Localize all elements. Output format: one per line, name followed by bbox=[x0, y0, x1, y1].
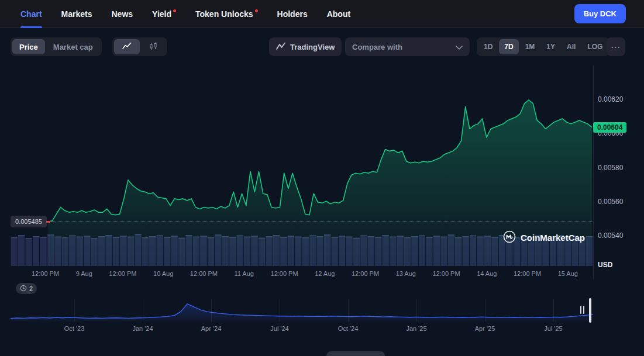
tab-token-unlocks[interactable]: Token Unlocks bbox=[195, 0, 258, 28]
watermark-text: CoinMarketCap bbox=[521, 233, 585, 243]
chevron-down-icon bbox=[456, 43, 463, 51]
tab-about[interactable]: About bbox=[327, 0, 350, 28]
tradingview-button[interactable]: TradingView bbox=[269, 37, 342, 56]
navigator-tick-jan-24: Jan '24 bbox=[132, 325, 153, 332]
navigator-grip-handle[interactable] bbox=[580, 306, 584, 314]
x-axis-tick: 12:00 PM bbox=[514, 270, 541, 277]
metric-toggle: PriceMarket cap bbox=[11, 37, 102, 56]
price-chart-plot[interactable]: CoinMarketCap bbox=[11, 65, 593, 266]
time-range-group: 1D7D1M1YAllLOG bbox=[477, 37, 609, 56]
x-axis-tick: 14 Aug bbox=[477, 270, 497, 277]
navigator-tick-apr-24: Apr '24 bbox=[201, 325, 222, 332]
x-axis-tick: 9 Aug bbox=[76, 270, 92, 277]
x-axis-tick: 12:00 PM bbox=[352, 270, 379, 277]
open-price-marker bbox=[46, 221, 50, 223]
x-axis-tick: 12:00 PM bbox=[432, 270, 460, 277]
x-axis-tick: 12:00 PM bbox=[271, 270, 298, 277]
open-price-dotted-line bbox=[11, 222, 593, 222]
x-axis-tick: 12:00 PM bbox=[109, 270, 136, 277]
navigator-tick-jan-25: Jan '25 bbox=[406, 325, 426, 332]
nav-tabs: ChartMarketsNewsYieldToken UnlocksHolder… bbox=[0, 0, 644, 28]
line-chart-button[interactable] bbox=[114, 39, 140, 54]
x-axis-tick: 12 Aug bbox=[315, 270, 335, 277]
y-axis-tick: 0.00620 bbox=[598, 95, 623, 103]
tradingview-icon bbox=[276, 42, 285, 52]
market-cap-toggle-button[interactable]: Market cap bbox=[46, 39, 100, 54]
compare-with-dropdown[interactable]: Compare with bbox=[345, 37, 470, 56]
y-axis-divider bbox=[593, 65, 594, 279]
navigator-right-handle[interactable] bbox=[589, 298, 591, 323]
top-navigation: ChartMarketsNewsYieldToken UnlocksHolder… bbox=[0, 0, 644, 28]
line-chart-icon bbox=[122, 42, 132, 52]
x-axis-tick: 10 Aug bbox=[153, 270, 173, 277]
buy-dck-button[interactable]: Buy DCK bbox=[574, 4, 626, 23]
open-price-label: 0.005485 bbox=[11, 216, 47, 227]
navigator-line bbox=[11, 304, 593, 319]
coinmarketcap-logo-icon bbox=[503, 230, 516, 245]
navigator-axis-labels: Oct '23Jan '24Apr '24Jul '24Oct '24Jan '… bbox=[11, 325, 593, 333]
history-count: 2 bbox=[29, 285, 33, 292]
x-axis-tick: 12:00 PM bbox=[32, 270, 59, 277]
navigator-tick-oct-24: Oct '24 bbox=[338, 325, 359, 332]
range-log-button[interactable]: LOG bbox=[582, 39, 608, 54]
price-toggle-button[interactable]: Price bbox=[12, 39, 45, 54]
y-axis-unit: USD bbox=[598, 261, 612, 269]
y-axis-tick: 0.00580 bbox=[598, 164, 623, 172]
candlestick-chart-button[interactable] bbox=[141, 39, 166, 54]
notification-dot bbox=[173, 9, 176, 12]
more-options-button[interactable]: ··· bbox=[607, 37, 625, 56]
compare-with-label: Compare with bbox=[352, 43, 402, 51]
history-clock-icon bbox=[20, 285, 27, 293]
coin-chart-page: ChartMarketsNewsYieldToken UnlocksHolder… bbox=[0, 0, 644, 356]
tab-news[interactable]: News bbox=[111, 0, 133, 28]
current-price-badge: 0.00604 bbox=[593, 122, 626, 133]
tab-markets[interactable]: Markets bbox=[61, 0, 92, 28]
navigator-tick-jul-25: Jul '25 bbox=[544, 325, 562, 332]
navigator-tick-jul-24: Jul '24 bbox=[270, 325, 288, 332]
x-axis-tick: 11 Aug bbox=[235, 270, 254, 277]
coinmarketcap-watermark: CoinMarketCap bbox=[503, 230, 585, 245]
x-axis-tick: 13 Aug bbox=[396, 270, 416, 277]
tradingview-label: TradingView bbox=[290, 43, 335, 51]
range-7d-button[interactable]: 7D bbox=[499, 39, 518, 54]
tab-chart[interactable]: Chart bbox=[20, 0, 42, 28]
partially-visible-element bbox=[326, 351, 385, 356]
tab-yield[interactable]: Yield bbox=[152, 0, 176, 28]
range-1y-button[interactable]: 1Y bbox=[541, 39, 560, 54]
range-all-button[interactable]: All bbox=[562, 39, 581, 54]
notification-dot bbox=[255, 9, 258, 12]
navigator-tick-apr-25: Apr '25 bbox=[475, 325, 495, 332]
tab-holders[interactable]: Holders bbox=[277, 0, 308, 28]
y-axis-tick: 0.00540 bbox=[598, 231, 623, 240]
range-1m-button[interactable]: 1M bbox=[520, 39, 540, 54]
history-events-chip[interactable]: 2 bbox=[16, 283, 37, 294]
candlestick-chart-icon bbox=[149, 42, 157, 52]
navigator-area-fill bbox=[11, 304, 593, 322]
x-axis-labels: 12:00 PM9 Aug12:00 PM10 Aug12:00 PM11 Au… bbox=[11, 270, 593, 277]
chart-type-toggle bbox=[112, 37, 167, 56]
range-1d-button[interactable]: 1D bbox=[478, 39, 498, 54]
x-axis-tick: 12:00 PM bbox=[190, 270, 218, 277]
date-range-navigator[interactable] bbox=[11, 299, 593, 322]
navigator-chart-svg bbox=[11, 299, 593, 322]
y-axis-tick: 0.00560 bbox=[598, 198, 623, 206]
navigator-tick-oct-23: Oct '23 bbox=[64, 325, 85, 332]
x-axis-tick: 15 Aug bbox=[558, 270, 578, 277]
